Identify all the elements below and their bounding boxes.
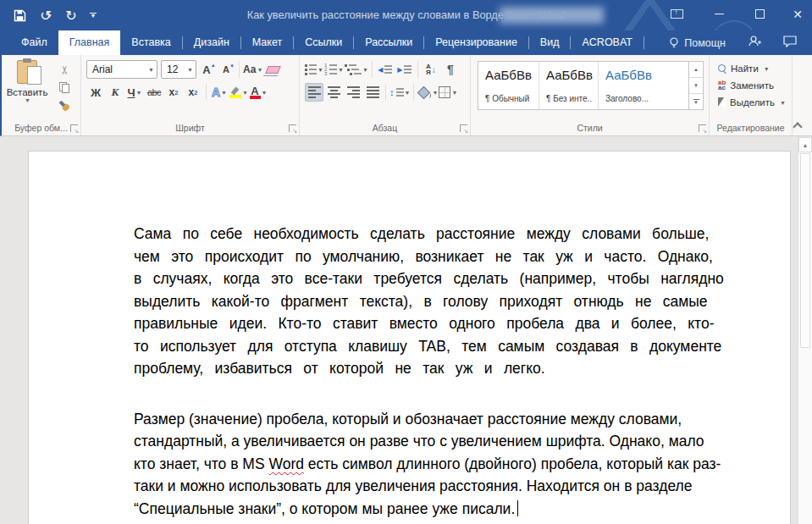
minimize-button[interactable] (704, 0, 733, 28)
share-button[interactable] (748, 35, 761, 51)
text-highlight-button[interactable]: ▼ (229, 83, 248, 102)
clipboard-small-buttons: ✂ (55, 60, 77, 113)
ribbon-display-options-icon (671, 9, 683, 19)
minimize-icon (715, 14, 724, 14)
ribbon-display-options-button[interactable] (662, 0, 691, 28)
change-case-button[interactable]: Аа▼ (243, 60, 262, 79)
tab-layout[interactable]: Макет (241, 30, 293, 55)
shrink-font-button[interactable]: А (217, 60, 235, 79)
clear-formatting-button[interactable] (263, 60, 282, 79)
scrollbar-thumb[interactable] (800, 153, 810, 348)
styles-scroll-up-button[interactable]: ▲ (689, 62, 703, 78)
replace-icon: abac (718, 80, 726, 91)
document-area: Сама по себе необходимость сделать расст… (0, 137, 812, 524)
user-account-redacted (500, 7, 604, 24)
font-name-combobox[interactable]: Arial ▼ (86, 60, 157, 79)
show-formatting-marks-button[interactable]: ¶ (441, 60, 460, 79)
font-dialog-launcher-icon[interactable] (289, 124, 296, 132)
paste-button[interactable]: Вставить ▼ (7, 60, 47, 103)
style-no-spacing[interactable]: АаБбВв ¶ Без инте... (539, 62, 599, 109)
underline-dropdown-icon[interactable]: ▼ (136, 90, 142, 96)
document-text[interactable]: Сама по себе необходимость сделать расст… (134, 223, 727, 520)
scissors-icon: ✂ (58, 65, 71, 74)
tab-file[interactable]: Файл (10, 30, 58, 55)
align-left-button[interactable] (305, 83, 323, 102)
clipboard-dialog-launcher-icon[interactable] (70, 124, 78, 132)
tab-acrobat[interactable]: ACROBAT (571, 30, 644, 55)
font-size-combobox[interactable]: 12 ▼ (161, 60, 196, 79)
borders-button[interactable]: ▼ (439, 83, 457, 102)
ribbon-right-spacer (793, 55, 812, 135)
eraser-icon (265, 66, 281, 74)
style-heading1[interactable]: АаБбВв Заголово... (599, 62, 665, 109)
increase-indent-button[interactable]: ▶ (395, 60, 414, 79)
close-button[interactable]: ✕ (783, 0, 812, 28)
styles-gallery-more-button[interactable]: ▼ (689, 94, 703, 109)
bullets-button[interactable]: ▼ (305, 60, 323, 79)
shading-button[interactable]: ▼ (417, 83, 438, 102)
find-label: Найти (731, 63, 759, 74)
line-spacing-icon: ↕ (389, 87, 404, 97)
find-button[interactable]: Найти ▼ (718, 60, 788, 77)
styles-dialog-launcher-icon[interactable] (699, 124, 706, 132)
styles-scroll-down-button[interactable]: ▼ (689, 78, 703, 94)
strikethrough-button[interactable]: abc (145, 83, 163, 102)
tab-home[interactable]: Главная (58, 30, 121, 55)
editing-group-label: Редактирование (710, 123, 792, 133)
vertical-scrollbar[interactable]: ▲ (798, 137, 812, 524)
tab-mailings[interactable]: Рассылки (354, 30, 423, 55)
grow-font-button[interactable]: А (197, 60, 216, 79)
style-normal[interactable]: АаБбВв ¶ Обычный (478, 62, 539, 109)
align-center-button[interactable] (324, 83, 343, 102)
cut-button[interactable]: ✂ (55, 62, 74, 78)
tab-design[interactable]: Дизайн (183, 30, 240, 55)
subscript-button[interactable]: х2 (164, 83, 183, 102)
select-button[interactable]: Выделить ▼ (718, 94, 788, 111)
collapse-ribbon-icon[interactable] (793, 122, 802, 131)
align-right-button[interactable] (344, 83, 362, 102)
format-painter-button[interactable] (55, 97, 74, 113)
tab-references[interactable]: Ссылки (294, 30, 353, 55)
tell-me-control[interactable]: Помощн (669, 37, 726, 49)
comments-button[interactable] (783, 36, 797, 51)
tab-separator (644, 36, 644, 49)
numbering-button[interactable]: 1 2 3 ▼ (324, 60, 344, 79)
paragraph-1[interactable]: Сама по себе необходимость сделать расст… (134, 223, 727, 380)
find-dropdown-icon[interactable]: ▼ (764, 66, 770, 72)
styles-gallery-scroll: ▲ ▼ ▼ (688, 62, 703, 109)
font-name-value: Arial (92, 63, 113, 75)
increase-indent-icon: ▶ (397, 65, 412, 74)
paragraph-dialog-launcher-icon[interactable] (460, 124, 467, 132)
copy-button[interactable] (55, 80, 74, 96)
close-icon: ✕ (793, 8, 803, 21)
styles-group-label: Стили (471, 123, 709, 133)
underline-button[interactable]: Ч▼ (125, 83, 144, 102)
select-dropdown-icon[interactable]: ▼ (780, 100, 786, 106)
tab-insert[interactable]: Вставка (120, 30, 181, 55)
tab-view[interactable]: Вид (529, 30, 571, 55)
multilevel-list-button[interactable]: ▼ (345, 60, 368, 79)
font-color-dropdown-icon[interactable]: ▼ (262, 90, 268, 96)
justify-button[interactable] (363, 83, 382, 102)
bold-button[interactable]: Ж (86, 83, 105, 102)
text-effects-button[interactable]: А▼ (210, 83, 229, 102)
highlight-dropdown-icon[interactable]: ▼ (242, 90, 248, 96)
superscript-button[interactable]: х2 (184, 83, 202, 102)
borders-grid-icon (439, 86, 450, 98)
highlighter-icon (229, 87, 241, 98)
paragraph-2[interactable]: Размер (значение) пробела, который и обо… (134, 408, 727, 521)
group-styles: АаБбВв ¶ Обычный АаБбВв ¶ Без инте... Аа… (471, 55, 710, 135)
tab-review[interactable]: Рецензирование (424, 30, 528, 55)
replace-button[interactable]: abac Заменить (718, 77, 788, 94)
scrollbar-up-button[interactable]: ▲ (798, 137, 812, 152)
document-page[interactable]: Сама по себе необходимость сделать расст… (28, 151, 791, 524)
decrease-indent-button[interactable]: ◀ (376, 60, 395, 79)
font-color-button[interactable]: А▼ (249, 83, 268, 102)
lightbulb-icon (669, 37, 679, 49)
sort-button[interactable]: АЯ ↓ (422, 60, 440, 79)
line-spacing-button[interactable]: ↕▼ (389, 83, 410, 102)
paste-dropdown-icon[interactable]: ▼ (25, 97, 30, 103)
group-editing: Найти ▼ abac Заменить Выделить ▼ Редакти… (710, 55, 793, 135)
italic-button[interactable]: К (106, 83, 124, 102)
maximize-button[interactable] (745, 0, 774, 28)
